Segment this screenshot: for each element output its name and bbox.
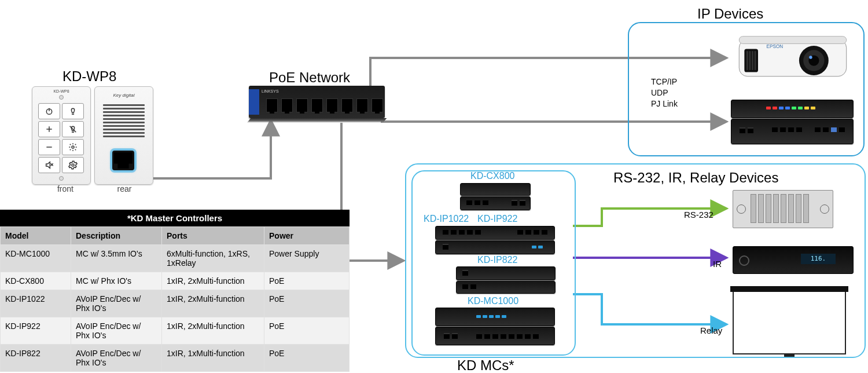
kd-wp8-title: KD-WP8 bbox=[62, 68, 116, 85]
kd-ip822-rear bbox=[456, 281, 556, 294]
cell-model: KD-MC1000 bbox=[1, 245, 71, 272]
wp8-front-brand: KD-WP8 bbox=[32, 89, 90, 93]
kd-mc1000-front bbox=[435, 308, 555, 326]
kd-ip822-front bbox=[456, 266, 556, 280]
cell-power: PoE bbox=[264, 317, 350, 345]
gear-icon bbox=[62, 139, 84, 155]
relay-conn-label: Relay bbox=[700, 326, 722, 335]
kd-ip1022-label: KD-IP1022 bbox=[424, 214, 469, 224]
kd-master-controllers-table: *KD Master Controllers Model Description… bbox=[0, 210, 350, 372]
cell-ports: 1xIR, 2xMulti-function bbox=[162, 317, 264, 345]
cell-model: KD-IP822 bbox=[1, 345, 71, 372]
cell-model: KD-IP922 bbox=[1, 317, 71, 345]
cell-ports: 6xMulti-function, 1xRS, 1xRelay bbox=[162, 245, 264, 272]
svg-rect-20 bbox=[755, 51, 756, 70]
cell-ports: 1xIR, 1xMulti-function bbox=[162, 345, 264, 372]
kd-wp8-module: KD-WP8 Key digital bbox=[32, 86, 153, 185]
dvr-display: 116. bbox=[801, 254, 836, 264]
wp8-front-caption: front bbox=[51, 184, 80, 193]
rs232-conn-label: RS-232 bbox=[684, 210, 713, 220]
minus-icon bbox=[38, 139, 60, 155]
relay-device-screen bbox=[733, 290, 846, 354]
kd-cx800-label: KD-CX800 bbox=[470, 171, 514, 181]
th-model: Model bbox=[1, 227, 71, 245]
keydigital-switcher-front bbox=[731, 100, 854, 118]
th-description: Description bbox=[71, 227, 162, 245]
kd-mc1000-rear bbox=[435, 327, 555, 345]
kd-cx800-rear bbox=[460, 196, 531, 210]
cell-desc: AVoIP Enc/Dec w/ Phx IO's bbox=[71, 290, 162, 317]
cell-ports: 1xIR, 2xMulti-function bbox=[162, 272, 264, 290]
protocol-pjlink: PJ Link bbox=[651, 98, 678, 109]
protocol-tcpip: TCP/IP bbox=[651, 76, 678, 87]
protocol-udp: UDP bbox=[651, 87, 678, 98]
ir-device-dvr: 116. bbox=[733, 246, 854, 274]
rs232-device-server bbox=[733, 190, 833, 228]
cell-desc: MC w/ 3.5mm IO's bbox=[71, 245, 162, 272]
svg-rect-16 bbox=[744, 49, 758, 72]
svg-rect-18 bbox=[749, 51, 751, 70]
cell-ports: 1xIR, 2xMulti-function bbox=[162, 290, 264, 317]
cell-power: PoE bbox=[264, 272, 350, 290]
kd-ip1022-rear bbox=[435, 240, 555, 254]
cell-desc: AVoIP Enc/Dec w/ Phx IO's bbox=[71, 345, 162, 372]
bulb-icon bbox=[62, 103, 84, 119]
kd-ip922-label: KD-IP922 bbox=[477, 214, 517, 224]
cell-power: Power Supply bbox=[264, 245, 350, 272]
table-row: KD-IP1022 AVoIP Enc/Dec w/ Phx IO's 1xIR… bbox=[1, 290, 350, 317]
svg-line-4 bbox=[70, 126, 76, 133]
svg-point-15 bbox=[809, 56, 812, 58]
bulb-off-icon bbox=[62, 121, 84, 137]
cell-power: PoE bbox=[264, 290, 350, 317]
poe-switch: LINKSYS bbox=[249, 86, 385, 118]
svg-text:EPSON: EPSON bbox=[767, 44, 784, 49]
kd-ip1022-front bbox=[435, 226, 555, 240]
th-ports: Ports bbox=[162, 227, 264, 245]
table-row: KD-IP922 AVoIP Enc/Dec w/ Phx IO's 1xIR,… bbox=[1, 317, 350, 345]
rj45-port-icon bbox=[112, 151, 134, 170]
wp8-rear-plate: Key digital bbox=[94, 86, 153, 185]
cell-desc: AVoIP Enc/Dec w/ Phx IO's bbox=[71, 317, 162, 345]
wp8-rear-caption: rear bbox=[113, 184, 136, 193]
svg-rect-11 bbox=[739, 36, 846, 44]
power-icon bbox=[38, 103, 60, 119]
projector-icon: EPSON bbox=[735, 29, 845, 89]
cell-desc: MC w/ Phx IO's bbox=[71, 272, 162, 290]
cell-model: KD-CX800 bbox=[1, 272, 71, 290]
wp8-front-plate: KD-WP8 bbox=[32, 86, 91, 185]
plus-icon bbox=[38, 121, 60, 137]
kd-ip822-label: KD-IP822 bbox=[477, 255, 517, 265]
poe-network-title: PoE Network bbox=[269, 70, 350, 86]
kd-mc1000-label: KD-MC1000 bbox=[468, 296, 518, 306]
switch-brand: LINKSYS bbox=[262, 89, 279, 93]
keydigital-switcher-rear bbox=[731, 119, 854, 144]
wp8-rear-brand: Key digital bbox=[95, 93, 153, 98]
settings-icon bbox=[62, 157, 84, 173]
ip-devices-title: IP Devices bbox=[697, 6, 763, 22]
table-row: KD-MC1000 MC w/ 3.5mm IO's 6xMulti-funct… bbox=[1, 245, 350, 272]
mute-icon bbox=[38, 157, 60, 173]
svg-point-6 bbox=[72, 146, 74, 148]
th-power: Power bbox=[264, 227, 350, 245]
svg-point-9 bbox=[72, 164, 74, 166]
protocols-list: TCP/IP UDP PJ Link bbox=[651, 76, 678, 109]
kd-cx800-front bbox=[460, 183, 531, 196]
svg-rect-17 bbox=[746, 51, 748, 70]
table-row: KD-IP822 AVoIP Enc/Dec w/ Phx IO's 1xIR,… bbox=[1, 345, 350, 372]
svg-rect-19 bbox=[752, 51, 753, 70]
cell-power: PoE bbox=[264, 345, 350, 372]
table-row: KD-CX800 MC w/ Phx IO's 1xIR, 2xMulti-fu… bbox=[1, 272, 350, 290]
cell-model: KD-IP1022 bbox=[1, 290, 71, 317]
table-caption: *KD Master Controllers bbox=[0, 210, 350, 226]
ir-conn-label: IR bbox=[713, 259, 722, 269]
kd-mcs-title: KD MCs* bbox=[457, 357, 514, 373]
